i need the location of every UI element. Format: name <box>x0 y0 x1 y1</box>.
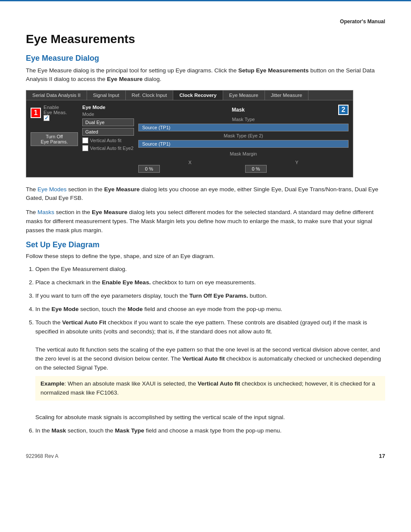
vertical-auto-fit-eye2-checkbox[interactable] <box>82 145 88 151</box>
tab-serial-data-analysis[interactable]: Serial Data Analysis II <box>26 90 87 100</box>
dual-eye-dropdown[interactable]: Dual Eye <box>82 118 134 126</box>
source-tp1-dropdown[interactable]: Source (TP1) <box>138 124 349 131</box>
page-number: 17 <box>379 453 385 459</box>
mask-type-label: Mask Type <box>138 117 349 122</box>
dialog-left-panel: 1 Enable Eye Meas. ✓ Turn Off Eye Params… <box>31 105 78 173</box>
example-box: Example: When an absolute mask like XAUI… <box>35 376 385 401</box>
tab-eye-measure[interactable]: Eye Measure <box>223 90 265 100</box>
enable-section: Enable Eye Meas. ✓ <box>44 105 67 121</box>
setup-intro: Follow these steps to define the type, s… <box>26 252 385 261</box>
step-4: In the Eye Mode section, touch the Mode … <box>35 305 385 314</box>
mode-label: Mode <box>82 112 94 117</box>
vertical-auto-fit-checkbox[interactable] <box>82 137 88 143</box>
mask-type-eye2-label: Mask Type (Eye 2) <box>138 133 349 138</box>
revision-label: 922968 Rev A <box>26 453 58 459</box>
step-1: Open the Eye Measurement dialog. <box>35 265 385 274</box>
eye-mode-title: Eye Mode <box>82 105 134 110</box>
mode-row: Mode <box>82 112 134 117</box>
y-input[interactable]: 0 % <box>245 165 267 173</box>
setup-steps-list: Open the Eye Measurement dialog. Place a… <box>35 265 385 436</box>
tab-signal-input[interactable]: Signal Input <box>87 90 126 100</box>
eye-measure-dialog-mockup: Serial Data Analysis II Signal Input Ref… <box>26 90 353 177</box>
check-icon: ✓ <box>44 115 49 121</box>
tab-ref-clock-input[interactable]: Ref. Clock Input <box>126 90 174 100</box>
source-tp1-2-dropdown[interactable]: Source (TP1) <box>138 140 349 148</box>
step-5: Touch the Vertical Auto Fit checkbox if … <box>35 318 385 422</box>
operator-manual-label: Operator's Manual <box>26 19 385 25</box>
enable-checkbox[interactable]: ✓ <box>44 115 50 121</box>
vertical-auto-fit-row: Vertical Auto fit <box>82 137 134 143</box>
section1-intro: The Eye Measure dialog is the principal … <box>26 66 385 84</box>
step-5-extra: The vertical auto fit function sets the … <box>35 346 381 371</box>
masks-paragraph: The Masks section in the Eye Measure dia… <box>26 208 385 235</box>
mask-section: Mask 2 Mask Type Source (TP1) Mask Type … <box>138 105 349 173</box>
gated-dropdown[interactable]: Gated <box>82 128 134 136</box>
enable-group: 1 Enable Eye Meas. ✓ <box>31 105 78 121</box>
vertical-auto-fit-eye2-row: Vertical Auto fit Eye2 <box>82 145 134 151</box>
page-title: Eye Measurements <box>26 32 385 46</box>
eye-modes-link[interactable]: Eye Modes <box>37 186 67 193</box>
y-label: Y <box>245 160 349 165</box>
mask-x-group: X 0 % <box>138 160 242 173</box>
tab-jitter-measure[interactable]: Jitter Measure <box>265 90 309 100</box>
step-2: Place a checkmark in the Enable Eye Meas… <box>35 278 385 287</box>
section1-title: Eye Measure Dialog <box>26 54 385 63</box>
x-input[interactable]: 0 % <box>138 165 160 173</box>
mask-title: Mask <box>138 107 338 113</box>
mask-y-group: Y 0 % <box>245 160 349 173</box>
dialog-body: 1 Enable Eye Meas. ✓ Turn Off Eye Params… <box>26 100 353 177</box>
dialog-tabs: Serial Data Analysis II Signal Input Ref… <box>26 90 353 100</box>
footer: 922968 Rev A 17 <box>26 453 385 459</box>
setup-title: Set Up Eye Diagram <box>26 240 385 249</box>
tab-clock-recovery[interactable]: Clock Recovery <box>173 90 223 100</box>
step-3: If you want to turn off the eye paramete… <box>35 292 385 301</box>
eye-modes-paragraph: The Eye Modes section in the Eye Measure… <box>26 185 385 203</box>
enable-label: Enable <box>44 105 67 110</box>
turn-off-button[interactable]: Turn Off Eye Params. <box>31 132 78 146</box>
masks-link[interactable]: Masks <box>37 209 54 215</box>
number-badge-1: 1 <box>31 108 41 118</box>
eye-meas-label: Eye Meas. <box>44 110 67 115</box>
x-label: X <box>138 160 242 165</box>
step-6: In the Mask section, touch the Mask Type… <box>35 426 385 436</box>
number-badge-2: 2 <box>338 105 349 115</box>
mask-header-row: Mask 2 <box>138 105 349 115</box>
eye-mode-section: Eye Mode Mode Dual Eye Gated Vertical Au… <box>82 105 134 173</box>
turn-off-button-group: Turn Off Eye Params. <box>31 132 78 146</box>
top-bar <box>0 0 411 1</box>
mask-margin-xy-row: X 0 % Y 0 % <box>138 160 349 173</box>
mask-margin-label: Mask Margin <box>138 151 349 156</box>
